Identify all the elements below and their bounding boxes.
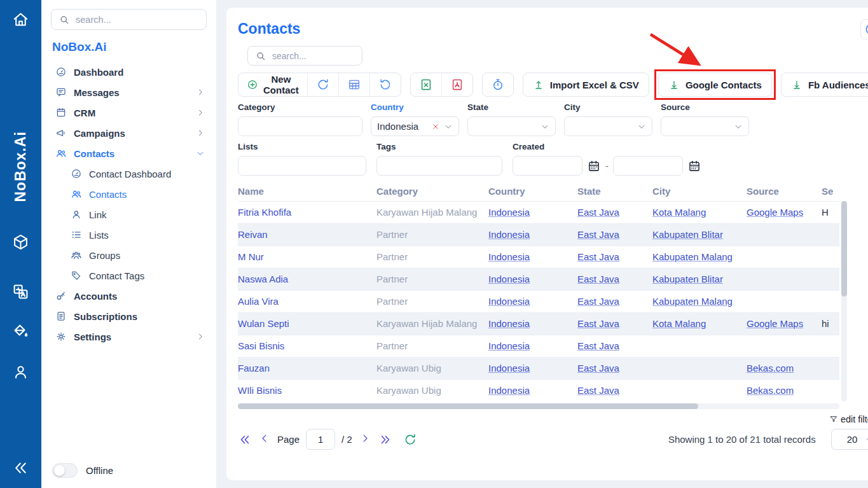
column-header-state[interactable]: State [577, 182, 652, 201]
export-pdf-icon[interactable] [442, 73, 472, 96]
calendar-icon[interactable] [587, 159, 601, 173]
sidebar-item-messages[interactable]: Messages [41, 82, 216, 102]
fb-audiences-button[interactable]: Fb Audiences [781, 73, 868, 97]
cell-name[interactable]: Aulia Vira [238, 290, 376, 312]
cell-country[interactable]: Indonesia [488, 357, 577, 379]
calendar-icon[interactable] [687, 159, 701, 173]
cube-icon[interactable] [11, 233, 30, 253]
last-page-button[interactable] [378, 433, 392, 446]
cell-city[interactable]: Kota Malang [652, 201, 747, 223]
city-filter-select[interactable] [564, 116, 652, 136]
sidebar-item-crm[interactable]: CRM [41, 102, 216, 123]
cell-name[interactable]: M Nur [238, 246, 376, 268]
cell-name[interactable]: Reivan [238, 223, 376, 246]
sidebar-item-sub-link[interactable]: Link [41, 204, 216, 225]
sidebar-item-dashboard[interactable]: Dashboard [41, 62, 216, 82]
paint-bucket-icon[interactable] [11, 322, 30, 342]
created-from-input[interactable] [513, 156, 582, 176]
tags-filter-input[interactable] [376, 156, 502, 176]
country-filter-select[interactable]: Indonesia [371, 116, 459, 136]
history-icon[interactable] [483, 73, 513, 96]
clear-country-icon[interactable] [431, 122, 440, 131]
table-horizontal-scrollbar[interactable] [238, 403, 839, 409]
cell-source[interactable]: Bekas.com [747, 379, 822, 401]
new-contact-button[interactable]: New Contact [238, 73, 308, 96]
edit-filter-button[interactable]: edit filter [829, 414, 868, 424]
column-header-city[interactable]: City [652, 182, 747, 201]
sidebar-item-campaigns[interactable]: Campaigns [41, 123, 216, 143]
help-button[interactable] [860, 19, 868, 39]
columns-icon[interactable] [339, 73, 370, 96]
cell-name[interactable]: Naswa Adia [238, 268, 376, 290]
cell-state[interactable]: East Java [577, 379, 652, 401]
prev-page-button[interactable] [258, 433, 271, 446]
cell-state[interactable]: East Java [577, 290, 652, 312]
reset-icon[interactable] [370, 73, 401, 96]
cell-country[interactable]: Indonesia [488, 335, 577, 357]
cell-country[interactable]: Indonesia [488, 268, 577, 290]
cell-source[interactable]: Bekas.com [747, 357, 822, 379]
home-icon[interactable] [11, 10, 30, 31]
export-excel-icon[interactable] [411, 73, 442, 96]
cell-name[interactable]: Fitria Khofifa [238, 201, 376, 223]
column-header-se[interactable]: Se [822, 182, 839, 201]
cell-name[interactable]: Wulan Septi [238, 312, 376, 335]
sidebar-item-settings[interactable]: Settings [41, 326, 216, 347]
refresh-icon[interactable] [308, 73, 339, 96]
translate-icon[interactable] [11, 282, 30, 303]
category-filter-input[interactable] [238, 116, 362, 136]
cell-country[interactable]: Indonesia [488, 246, 577, 268]
cell-state[interactable]: East Java [577, 335, 652, 357]
cell-country[interactable]: Indonesia [488, 290, 577, 312]
state-filter-select[interactable] [467, 116, 556, 136]
table-vertical-scrollbar[interactable] [841, 201, 847, 401]
cell-name[interactable]: Sasi Bisnis [238, 335, 376, 357]
sidebar-item-sub-contact-dashboard[interactable]: Contact Dashboard [41, 164, 216, 184]
cell-city[interactable]: Kabupaten Malang [652, 290, 747, 312]
cell-state[interactable]: East Java [577, 201, 652, 223]
next-page-button[interactable] [359, 433, 372, 446]
created-to-input[interactable] [613, 156, 683, 176]
cell-country[interactable]: Indonesia [488, 201, 577, 223]
cell-city[interactable]: Kabupaten Blitar [652, 268, 747, 290]
sidebar-item-sub-lists[interactable]: Lists [41, 225, 216, 245]
google-contacts-button[interactable]: Google Contacts [658, 73, 772, 97]
cell-country[interactable]: Indonesia [488, 223, 577, 246]
cell-city[interactable]: Kabupaten Malang [652, 246, 747, 268]
cell-state[interactable]: East Java [577, 268, 652, 290]
source-filter-select[interactable] [661, 116, 749, 136]
cell-city[interactable]: Kota Malang [652, 312, 747, 335]
cell-city[interactable]: Kabupaten Blitar [652, 223, 747, 246]
cell-source[interactable]: Google Maps [747, 312, 822, 335]
column-header-country[interactable]: Country [488, 182, 577, 201]
sidebar-item-sub-groups[interactable]: Groups [41, 245, 216, 265]
sidebar-item-subscriptions[interactable]: Subscriptions [41, 306, 216, 326]
sidebar-item-sub-contact-tags[interactable]: Contact Tags [41, 265, 216, 286]
collapse-sidebar-icon[interactable] [11, 459, 30, 479]
sidebar-item-sub-contacts[interactable]: Contacts [41, 184, 216, 204]
refresh-table-icon[interactable] [403, 433, 417, 446]
import-excel-csv-button[interactable]: Import Excel & CSV [523, 73, 649, 97]
cell-country[interactable]: Indonesia [488, 379, 577, 401]
offline-toggle[interactable] [52, 463, 78, 478]
cell-name[interactable]: WIli Bisnis [238, 379, 376, 401]
column-header-source[interactable]: Source [747, 182, 822, 201]
sidebar-item-accounts[interactable]: Accounts [41, 286, 216, 306]
page-size-select[interactable]: 20 [831, 429, 868, 450]
page-number-input[interactable] [306, 429, 335, 450]
sidebar-item-contacts[interactable]: Contacts [41, 143, 216, 164]
cell-source[interactable]: Google Maps [747, 201, 822, 223]
column-header-category[interactable]: Category [376, 182, 488, 201]
cell-state[interactable]: East Java [577, 312, 652, 335]
cell-state[interactable]: East Java [577, 223, 652, 246]
contacts-search-input[interactable] [272, 51, 355, 61]
first-page-button[interactable] [238, 433, 251, 446]
cell-country[interactable]: Indonesia [488, 312, 577, 335]
user-icon[interactable] [11, 363, 30, 383]
cell-state[interactable]: East Java [577, 357, 652, 379]
cell-state[interactable]: East Java [577, 246, 652, 268]
column-header-name[interactable]: Name [238, 182, 376, 201]
cell-name[interactable]: Fauzan [238, 357, 376, 379]
lists-filter-input[interactable] [238, 156, 366, 176]
sidebar-search-input[interactable] [76, 15, 199, 25]
